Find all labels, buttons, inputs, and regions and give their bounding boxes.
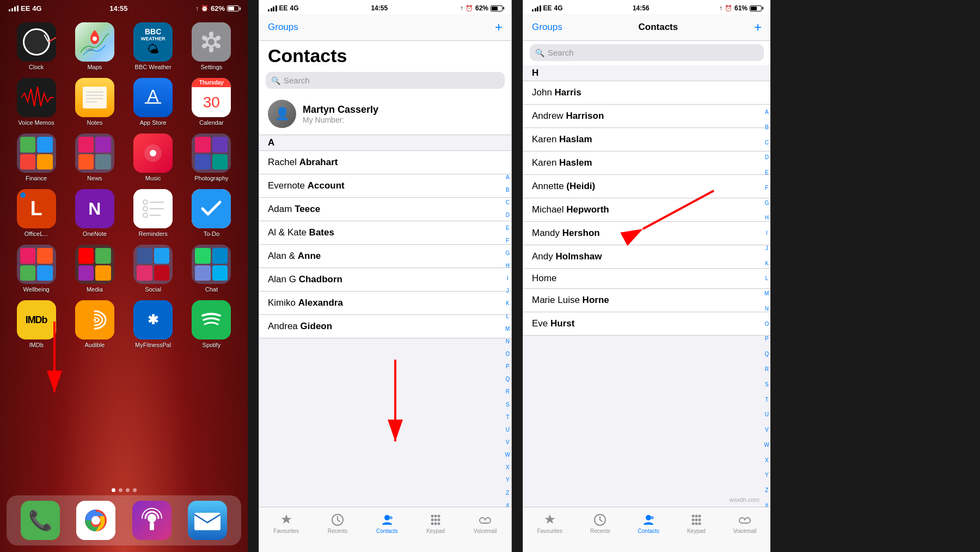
p3-tab-keypad[interactable]: Keypad: [687, 513, 706, 534]
p2-network: 4G: [290, 4, 299, 12]
app-todo[interactable]: To-Do: [186, 189, 237, 237]
app-finance[interactable]: Finance: [11, 134, 62, 181]
app-social[interactable]: Social: [128, 245, 179, 293]
p3-contact-10[interactable]: Eve Hurst: [523, 312, 770, 336]
clock-label: Clock: [29, 64, 44, 70]
app-clock[interactable]: Clock: [11, 22, 62, 70]
p2-tab-contacts[interactable]: Contacts: [376, 513, 397, 534]
app-store[interactable]: A App Store: [128, 78, 179, 126]
p2-tab-recents[interactable]: Recents: [328, 513, 348, 534]
p3-add-contact-button[interactable]: +: [754, 20, 762, 35]
settings-icon: [192, 22, 231, 62]
svg-text:📞: 📞: [28, 508, 53, 532]
p3-tab-fav-label: Favourites: [537, 528, 562, 534]
clock-time: 14:55: [109, 4, 127, 13]
p3-contact-4[interactable]: Karen Haslem: [523, 151, 770, 175]
p3-tab-favourites[interactable]: Favourites: [537, 513, 562, 534]
p2-contact-8[interactable]: Andrea Gideon: [259, 315, 511, 338]
dock-mail[interactable]: [182, 501, 232, 540]
app-imdb[interactable]: IMDb IMDb: [11, 300, 62, 348]
p2-contact-4[interactable]: Al & Kate Bates: [259, 221, 511, 245]
p2-my-card[interactable]: 👤 Martyn Casserly My Number:: [259, 93, 511, 135]
p3-groups-link[interactable]: Groups: [532, 22, 562, 33]
app-news[interactable]: News: [69, 134, 120, 181]
app-myfitnesspal[interactable]: ✱ MyFitnessPal: [128, 300, 179, 348]
app-bbc-weather[interactable]: BBC WEATHER 🌤 BBC Weather: [128, 22, 179, 70]
p3-contact-3[interactable]: Karen Haslam: [523, 128, 770, 151]
calendar-date-num: 30: [203, 87, 220, 117]
app-reminders[interactable]: Reminders: [128, 189, 179, 237]
p3-location: ↑: [719, 4, 722, 12]
p2-contact-5[interactable]: Alan & Anne: [259, 245, 511, 268]
photo-mini-1: [195, 137, 211, 153]
signal-bar-3: [14, 7, 16, 11]
p3-contact-6-last: Hepworth: [566, 204, 609, 215]
p3-signal: [532, 5, 541, 11]
app-settings[interactable]: Settings: [186, 22, 237, 70]
app-spotify[interactable]: Spotify: [186, 300, 237, 348]
p3-tab-voicemail[interactable]: Voicemail: [733, 513, 757, 534]
app-photography[interactable]: Photography: [186, 134, 237, 181]
p2-my-subtitle: My Number:: [303, 116, 378, 124]
dock-phone-icon: 📞: [21, 501, 60, 540]
p3-contact-9[interactable]: Marie Luise Horne: [523, 289, 770, 312]
p2-tab-favourites[interactable]: Favourites: [273, 513, 299, 534]
p2-search-placeholder: Search: [284, 76, 310, 85]
p2-section-a: A: [259, 135, 511, 151]
p3-tab-contacts-label: Contacts: [638, 528, 659, 534]
svg-point-70: [691, 515, 694, 518]
app-voice-memos[interactable]: Voice Memos: [11, 78, 62, 126]
app-media[interactable]: Media: [69, 245, 120, 293]
p3-contact-2[interactable]: Andrew Harrison: [523, 105, 770, 128]
signal-bar-1: [9, 9, 10, 11]
p3-contact-1-last: Harris: [555, 87, 581, 98]
svg-point-78: [698, 523, 701, 525]
svg-point-58: [438, 519, 440, 521]
p3-contact-7[interactable]: Mandy Hershon: [523, 222, 770, 245]
music-svg: ♪: [133, 134, 173, 173]
app-audible[interactable]: Audible: [69, 300, 120, 348]
status-bar-phone3: EE 4G 14:56 ↑ ⏰ 61%: [523, 0, 770, 14]
dock-chrome[interactable]: [71, 501, 121, 540]
p3-keypad-icon: [689, 513, 703, 527]
app-notes[interactable]: Notes: [69, 78, 120, 126]
p2-contact-6[interactable]: Alan G Chadborn: [259, 268, 511, 292]
app-maps[interactable]: I-280 Maps: [69, 22, 120, 70]
app-music[interactable]: ♪ Music: [128, 134, 179, 181]
app-chat[interactable]: Chat: [186, 245, 237, 293]
status-bar-phone1: EE 4G 14:55 ↑ ⏰ 62%: [0, 0, 248, 15]
p3-contact-5[interactable]: Annette (Heidi): [523, 175, 770, 198]
p2-contact-7[interactable]: Kimiko Alexandra: [259, 292, 511, 315]
minute-hand: [48, 36, 56, 42]
p3-alpha-index[interactable]: A B C D E F G H I J K L M N O P Q R S T …: [764, 109, 769, 508]
app-officelens[interactable]: L OfficeL...: [11, 189, 62, 237]
p3-contact-1[interactable]: John Harris: [523, 81, 770, 105]
p3-section-h: H: [523, 65, 770, 81]
p2-contacts-scroll[interactable]: A Rachel Abrahart Evernote Account Adam …: [259, 135, 511, 481]
p2-alpha-index[interactable]: A B C D E F G H I J K L M N O P Q R S T …: [505, 174, 510, 508]
p2-add-contact-button[interactable]: +: [495, 20, 503, 35]
p3-tab-contacts[interactable]: Contacts: [638, 513, 659, 534]
dock-phone[interactable]: 📞: [15, 501, 65, 540]
p2-contact-3[interactable]: Adam Teece: [259, 198, 511, 221]
todo-svg: [192, 189, 231, 228]
app-wellbeing[interactable]: Wellbeing: [11, 245, 62, 293]
app-onenote[interactable]: N OneNote: [69, 189, 120, 237]
p2-contact-5-last: Anne: [298, 251, 321, 261]
p3-contact-6[interactable]: Michael Hepworth: [523, 198, 770, 222]
app-calendar[interactable]: Thursday 30 Calendar: [186, 78, 237, 126]
p2-tab-voicemail[interactable]: Voicemail: [474, 513, 497, 534]
p2-contact-1[interactable]: Rachel Abrahart: [259, 151, 511, 174]
p3-tab-recents[interactable]: Recents: [590, 513, 610, 534]
p2-groups-link[interactable]: Groups: [268, 22, 298, 33]
p3-contact-9-last: Horne: [583, 295, 609, 305]
news-label: News: [87, 175, 102, 181]
p3-search-input-wrapper[interactable]: 🔍 Search: [530, 44, 764, 61]
dock-podcasts[interactable]: [127, 501, 177, 540]
p3-contact-8[interactable]: Andy Holmshaw: [523, 245, 770, 269]
p2-tab-keypad[interactable]: Keypad: [426, 513, 445, 534]
wellbeing-label: Wellbeing: [23, 286, 50, 293]
reminders-svg: [133, 189, 173, 228]
p2-contact-2[interactable]: Evernote Account: [259, 174, 511, 198]
p2-search-input-wrapper[interactable]: 🔍 Search: [266, 72, 505, 89]
